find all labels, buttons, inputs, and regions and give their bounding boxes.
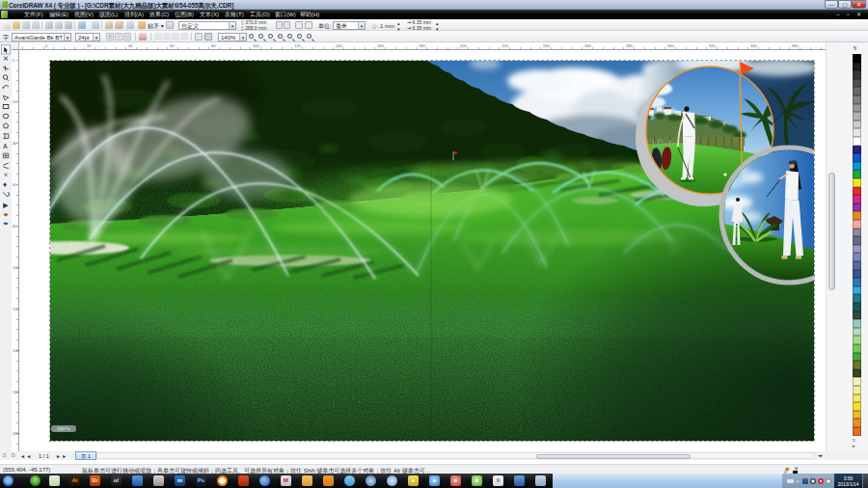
svg-text:A: A (3, 143, 8, 149)
